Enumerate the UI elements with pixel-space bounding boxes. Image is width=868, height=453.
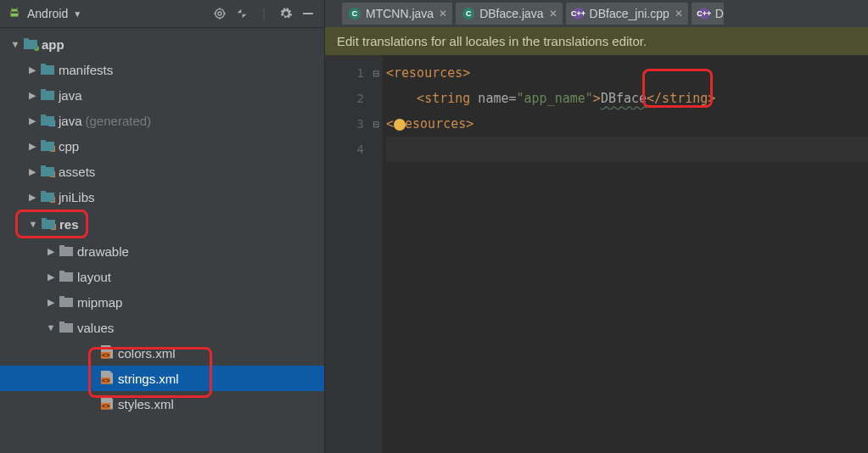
- tab-label: DBface_jni.cpp: [590, 7, 669, 20]
- folder-icon: ∎: [39, 165, 56, 179]
- tab-label: D: [715, 7, 724, 20]
- gear-icon[interactable]: [277, 4, 295, 23]
- tree-manifests[interactable]: ▶ manifests: [0, 57, 324, 82]
- tree-label: styles.xml: [118, 397, 174, 411]
- tab-partial[interactable]: C++ D: [692, 3, 724, 25]
- tree-java-generated[interactable]: ▶ ⚙ java (generated): [0, 108, 324, 133]
- tab-mtcnn[interactable]: C MTCNN.java ✕: [342, 3, 452, 25]
- folder-icon: ∎: [39, 190, 56, 204]
- xml-file-icon: <>: [98, 371, 115, 387]
- code-token: <resources>: [386, 65, 470, 81]
- cpp-file-icon: C++: [698, 8, 710, 20]
- tree-layout[interactable]: ▶ layout: [0, 264, 324, 289]
- lightbulb-icon[interactable]: [394, 119, 406, 131]
- tree-label: java: [59, 88, 82, 103]
- tree-label: java: [59, 114, 82, 128]
- project-sidebar: Android ▼ | ▼ app ▶ manifests ▶: [0, 0, 325, 453]
- cpp-file-icon: C++: [573, 8, 585, 20]
- sidebar-header: Android ▼ |: [0, 0, 324, 28]
- folder-icon: [58, 295, 75, 310]
- line-gutter: 1 2 3 4: [325, 55, 369, 453]
- code-token: <: [386, 116, 394, 131]
- sidebar-title[interactable]: Android: [27, 7, 68, 20]
- dropdown-arrow-icon[interactable]: ▼: [73, 9, 81, 19]
- caret-right-icon: ▶: [44, 271, 58, 282]
- folder-icon: ∎: [40, 217, 57, 232]
- caret-right-icon: ▶: [25, 192, 39, 203]
- tree-java[interactable]: ▶ java: [0, 82, 324, 108]
- tab-dbface-jni[interactable]: C++ DBface_jni.cpp ✕: [566, 3, 688, 25]
- editor-tabs: C MTCNN.java ✕ C DBface.java ✕ C++ DBfac…: [325, 0, 868, 27]
- code-token: <string: [386, 91, 470, 106]
- code-token: "app_name": [517, 91, 593, 106]
- tree-label: manifests: [59, 63, 113, 77]
- tree-values[interactable]: ▼ values: [0, 315, 324, 340]
- caret-down-icon: ▼: [44, 322, 58, 333]
- tree-assets[interactable]: ▶ ∎ assets: [0, 159, 324, 184]
- folder-icon: [39, 63, 56, 77]
- split-icon[interactable]: [232, 4, 251, 23]
- tree-cpp[interactable]: ▶ ∎ cpp: [0, 133, 324, 159]
- tree-strings-xml[interactable]: <> strings.xml: [0, 366, 324, 391]
- tree-styles-xml[interactable]: <> styles.xml: [0, 391, 324, 417]
- caret-right-icon: ▶: [44, 297, 58, 308]
- tree-label: app: [42, 37, 64, 52]
- close-icon[interactable]: ✕: [439, 8, 447, 20]
- caret-right-icon: ▶: [44, 246, 58, 257]
- tree-res[interactable]: ▼ ∎ res: [18, 212, 86, 236]
- banner-text: Edit translations for all locales in the…: [337, 34, 647, 48]
- tree-label: jniLibs: [59, 190, 95, 204]
- tree-app[interactable]: ▼ app: [0, 31, 324, 57]
- xml-file-icon: <>: [98, 396, 115, 412]
- tree-drawable[interactable]: ▶ drawable: [0, 238, 324, 264]
- close-icon[interactable]: ✕: [675, 8, 683, 20]
- tab-dbface-java[interactable]: C DBface.java ✕: [456, 3, 562, 25]
- line-number[interactable]: 2: [325, 86, 364, 111]
- code-string-value: DBface: [601, 91, 647, 106]
- code-text[interactable]: <resources> <string name="app_name">DBfa…: [383, 55, 868, 453]
- fold-marker-icon[interactable]: ⊟: [372, 111, 379, 137]
- tree-label: mipmap: [77, 295, 122, 310]
- code-token: esources>: [405, 116, 473, 131]
- svg-point-0: [216, 9, 225, 19]
- folder-icon: [58, 321, 75, 335]
- caret-down-icon: ▼: [8, 39, 22, 49]
- caret-right-icon: ▶: [25, 141, 39, 152]
- java-file-icon: C: [462, 8, 474, 20]
- xml-file-icon: <>: [98, 345, 115, 361]
- editor-pane: C MTCNN.java ✕ C DBface.java ✕ C++ DBfac…: [325, 0, 868, 453]
- code-token: name: [470, 91, 508, 106]
- svg-point-1: [218, 12, 221, 15]
- tree-label-suffix: (generated): [86, 114, 152, 128]
- tree-label: layout: [77, 270, 111, 284]
- minimize-icon[interactable]: [299, 4, 317, 23]
- line-number[interactable]: 3: [325, 111, 364, 137]
- android-icon: [7, 5, 22, 23]
- tree-label: colors.xml: [118, 346, 176, 361]
- folder-icon: ⚙: [39, 114, 56, 128]
- folder-icon: ∎: [39, 139, 56, 154]
- target-icon[interactable]: [210, 4, 229, 23]
- fold-gutter: ⊟ ⊟: [369, 55, 383, 453]
- tree-label: strings.xml: [118, 372, 179, 386]
- tree-mipmap[interactable]: ▶ mipmap: [0, 289, 324, 315]
- line-number[interactable]: 4: [325, 137, 364, 162]
- folder-icon: [39, 88, 56, 103]
- close-icon[interactable]: ✕: [549, 8, 557, 20]
- tab-label: DBface.java: [479, 7, 543, 20]
- caret-right-icon: ▶: [25, 64, 39, 76]
- translations-banner[interactable]: Edit translations for all locales in the…: [325, 27, 868, 55]
- caret-right-icon: ▶: [25, 90, 39, 101]
- code-token: </string>: [647, 91, 715, 106]
- svg-rect-2: [303, 13, 313, 14]
- line-number[interactable]: 1: [325, 60, 364, 86]
- tree-label: res: [59, 217, 79, 232]
- tree-colors-xml[interactable]: <> colors.xml: [0, 340, 324, 366]
- project-tree: ▼ app ▶ manifests ▶ java ▶ ⚙ java (gener…: [0, 28, 324, 420]
- folder-icon: [58, 270, 75, 284]
- folder-icon: [58, 244, 75, 259]
- tree-jnilibs[interactable]: ▶ ∎ jniLibs: [0, 184, 324, 210]
- module-folder-icon: [22, 37, 39, 52]
- code-token: =: [509, 91, 517, 106]
- fold-marker-icon[interactable]: ⊟: [372, 60, 379, 86]
